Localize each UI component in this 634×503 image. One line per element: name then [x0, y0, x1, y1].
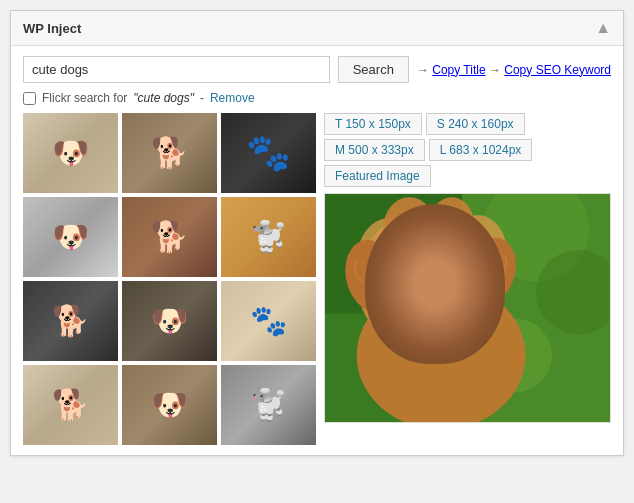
copy-arrow2: → [489, 63, 504, 77]
flickr-query: "cute dogs" [133, 91, 194, 105]
widget-title: WP Inject [23, 21, 81, 36]
svg-point-8 [357, 218, 420, 302]
svg-point-9 [449, 215, 508, 295]
svg-point-7 [357, 210, 505, 354]
svg-point-14 [399, 276, 420, 297]
widget-body: Search → Copy Title → Copy SEO Keyword F… [11, 46, 623, 455]
svg-point-10 [383, 197, 436, 260]
svg-point-6 [357, 282, 526, 422]
size-btn-medium[interactable]: M 500 x 333px [324, 139, 425, 161]
grid-cell-9[interactable]: 🐾 [221, 281, 316, 361]
widget-header: WP Inject ▲ [11, 11, 623, 46]
grid-cell-8[interactable]: 🐶 [122, 281, 217, 361]
size-buttons: T 150 x 150px S 240 x 160px M 500 x 333p… [324, 113, 611, 187]
flickr-checkbox[interactable] [23, 92, 36, 105]
size-btn-large[interactable]: L 683 x 1024px [429, 139, 533, 161]
svg-point-20 [414, 320, 448, 350]
grid-cell-2[interactable]: 🐕 [122, 113, 217, 193]
preview-image [324, 193, 611, 423]
svg-point-16 [409, 281, 415, 287]
grid-cell-10[interactable]: 🐕 [23, 365, 118, 445]
grid-cell-5[interactable]: 🐕 [122, 197, 217, 277]
copy-title-link[interactable]: Copy Title [432, 63, 485, 77]
flickr-label: Flickr search for [42, 91, 127, 105]
widget-toggle-icon[interactable]: ▲ [595, 19, 611, 37]
remove-link[interactable]: Remove [210, 91, 255, 105]
grid-cell-4[interactable]: 🐶 [23, 197, 118, 277]
grid-cell-7[interactable]: 🐕 [23, 281, 118, 361]
size-btn-thumb[interactable]: T 150 x 150px [324, 113, 422, 135]
flickr-bar: Flickr search for "cute dogs" - Remove [23, 91, 611, 105]
grid-cell-1[interactable]: 🐶 [23, 113, 118, 193]
wp-inject-widget: WP Inject ▲ Search → Copy Title → Copy S… [10, 10, 624, 456]
copy-arrow: → [417, 63, 432, 77]
grid-cell-3[interactable]: 🐾 [221, 113, 316, 193]
preview-svg [325, 194, 610, 422]
svg-point-18 [416, 301, 446, 322]
copy-links: → Copy Title → Copy SEO Keyword [417, 63, 611, 77]
search-button[interactable]: Search [338, 56, 409, 83]
svg-point-13 [461, 232, 523, 309]
content-area: 🐶 🐕 🐾 🐶 🐕 🐩 [23, 113, 611, 445]
copy-seo-link[interactable]: Copy SEO Keyword [504, 63, 611, 77]
svg-point-12 [337, 234, 407, 319]
size-btn-featured[interactable]: Featured Image [324, 165, 431, 187]
flickr-separator: - [200, 91, 204, 105]
grid-cell-12[interactable]: 🐩 [221, 365, 316, 445]
svg-point-15 [441, 276, 462, 297]
svg-point-5 [478, 319, 552, 393]
svg-point-11 [428, 197, 474, 256]
svg-point-17 [452, 281, 458, 287]
search-input[interactable] [23, 56, 330, 83]
grid-cell-11[interactable]: 🐶 [122, 365, 217, 445]
search-row: Search → Copy Title → Copy SEO Keyword [23, 56, 611, 83]
image-grid: 🐶 🐕 🐾 🐶 🐕 🐩 [23, 113, 316, 445]
grid-cell-6[interactable]: 🐩 [221, 197, 316, 277]
right-panel: T 150 x 150px S 240 x 160px M 500 x 333p… [324, 113, 611, 423]
size-btn-small[interactable]: S 240 x 160px [426, 113, 525, 135]
